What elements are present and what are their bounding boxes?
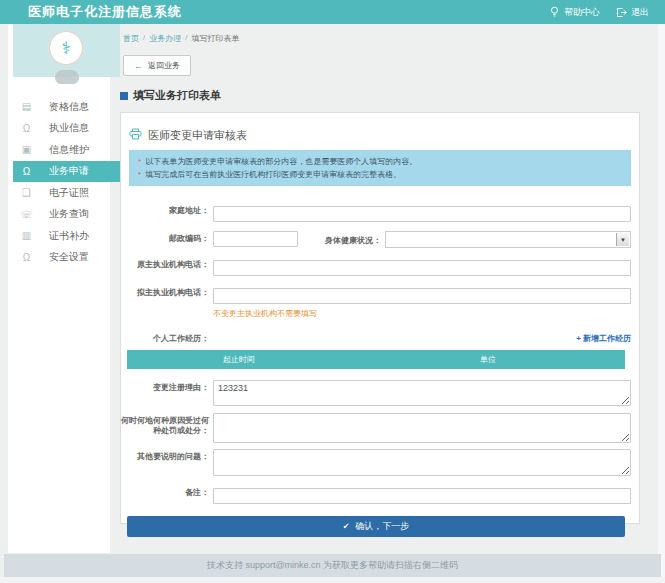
- remarks-input[interactable]: [213, 488, 631, 504]
- help-center-label: 帮助中心: [564, 6, 600, 19]
- sidebar: ⚕ ▤ 资格信息 Ω 执业信息 ▣ 信息维护 Ω 业务申请 ❑ 电子证照: [8, 24, 110, 553]
- sidebar-item-certificate-reissue[interactable]: ▥ 证书补办: [8, 225, 110, 247]
- sidebar-item-security-settings[interactable]: Ω 安全设置: [8, 247, 110, 269]
- confirm-next-label: 确认，下一步: [355, 520, 409, 533]
- breadcrumb-home-link[interactable]: 首页: [123, 33, 139, 44]
- breadcrumb: 首页 / 业务办理 / 填写打印表单: [123, 33, 239, 44]
- asterisk-icon: *: [138, 157, 141, 166]
- new-org-phone-label: 拟主执业机构电话：: [121, 285, 209, 298]
- app-window: 医师电子化注册信息系统 帮助中心 退出 ⚕: [0, 0, 665, 583]
- orig-org-phone-input[interactable]: [213, 260, 631, 276]
- new-org-phone-hint: 不变更主执业机构不需要填写: [213, 308, 631, 319]
- sidebar-item-label: 业务申请: [49, 164, 89, 178]
- change-reason-textarea[interactable]: 123231: [213, 380, 631, 406]
- sidebar-item-label: 电子证照: [49, 186, 89, 200]
- back-to-business-button[interactable]: ← 返回业务: [123, 55, 191, 76]
- sidebar-item-label: 资格信息: [49, 100, 89, 114]
- breadcrumb-separator: /: [143, 33, 145, 44]
- page-title: 填写业务打印表单: [120, 88, 221, 103]
- notice-text: 填写完成后可在当前执业医疗机构打印医师变更申请审核表的完整表格。: [145, 170, 401, 179]
- chevron-down-icon[interactable]: ▼: [616, 233, 629, 246]
- security-icon: Ω: [20, 252, 33, 263]
- other-issues-row: 其他要说明的问题：: [121, 449, 631, 476]
- postal-health-row: 邮政编码： 身体健康状况： ▼: [121, 231, 631, 248]
- notice-box: *以下表单为医师变更申请审核表的部分内容，也是需要医师个人填写的内容。 *填写完…: [129, 150, 631, 186]
- footer-bar: 技术支持 support@minke.cn 为获取更多帮助请扫描右侧二维码: [4, 554, 661, 577]
- support-text: 技术支持 support@minke.cn 为获取更多帮助请扫描右侧二维码: [207, 559, 458, 572]
- orig-org-phone-label: 原主执业机构电话：: [121, 257, 209, 270]
- license-icon: ❑: [20, 187, 33, 198]
- query-icon: ☏: [20, 209, 33, 220]
- breadcrumb-section-link[interactable]: 业务办理: [149, 33, 181, 44]
- app-title: 医师电子化注册信息系统: [28, 3, 182, 21]
- column-header-organization: 单位: [351, 350, 625, 369]
- other-issues-textarea[interactable]: [213, 449, 631, 476]
- sidebar-item-e-license[interactable]: ❑ 电子证照: [8, 182, 110, 204]
- health-status-select[interactable]: ▼: [385, 231, 631, 248]
- remarks-row: 备注：: [121, 485, 631, 504]
- check-icon: ✔: [343, 522, 350, 531]
- home-address-label: 家庭地址：: [121, 203, 209, 216]
- breadcrumb-separator: /: [185, 33, 187, 44]
- sidebar-item-label: 执业信息: [49, 121, 89, 135]
- top-bar: 医师电子化注册信息系统 帮助中心 退出: [0, 0, 665, 24]
- confirm-next-button[interactable]: ✔ 确认，下一步: [127, 516, 625, 537]
- sidebar-item-practice-info[interactable]: Ω 执业信息: [8, 118, 110, 140]
- postal-code-label: 邮政编码：: [121, 231, 209, 244]
- lightbulb-icon: [549, 6, 560, 18]
- sidebar-item-info-maintenance[interactable]: ▣ 信息维护: [8, 139, 110, 161]
- idcard-icon: ▣: [20, 144, 33, 155]
- sidebar-item-label: 证书补办: [49, 229, 89, 243]
- change-reason-label: 变更注册理由：: [121, 380, 209, 393]
- health-status-label: 身体健康状况：: [298, 231, 381, 246]
- sidebar-item-label: 信息维护: [49, 143, 89, 157]
- other-issues-label: 其他要说明的问题：: [121, 449, 209, 462]
- help-center-button[interactable]: 帮助中心: [549, 6, 600, 19]
- notice-line: *以下表单为医师变更申请审核表的部分内容，也是需要医师个人填写的内容。: [138, 155, 622, 168]
- sidebar-item-label: 业务查询: [49, 207, 89, 221]
- square-bullet-icon: [120, 92, 128, 100]
- card-title: 医师变更申请审核表: [148, 128, 247, 143]
- work-history-row: 个人工作经历： + 新增工作经历: [121, 333, 631, 344]
- punishment-textarea[interactable]: [213, 413, 631, 443]
- sidebar-item-label: 安全设置: [49, 250, 89, 264]
- avatar-block: ⚕: [13, 24, 120, 77]
- sidebar-item-business-query[interactable]: ☏ 业务查询: [8, 204, 110, 226]
- logout-icon: [616, 7, 627, 18]
- back-arrow-icon: ←: [134, 61, 143, 71]
- add-work-history-label: 新增工作经历: [583, 333, 631, 344]
- postal-code-input[interactable]: [213, 231, 298, 247]
- avatar-shoulders: [55, 70, 79, 84]
- user-icon: Ω: [20, 166, 33, 177]
- sidebar-item-qualification-info[interactable]: ▤ 资格信息: [8, 96, 110, 118]
- page-title-text: 填写业务打印表单: [133, 88, 221, 103]
- logout-label: 退出: [631, 6, 649, 19]
- remarks-label: 备注：: [121, 485, 209, 498]
- work-history-table-header: 起止时间 单位: [127, 350, 625, 369]
- punishment-label: 何时何地何种原因受过何种处罚或处分：: [121, 413, 209, 436]
- column-header-period: 起止时间: [127, 350, 351, 369]
- plus-icon: +: [576, 334, 581, 343]
- book-icon: ▥: [20, 230, 33, 241]
- right-edge-strip: [658, 24, 665, 577]
- punishment-row: 何时何地何种原因受过何种处罚或处分：: [121, 413, 631, 443]
- home-address-row: 家庭地址：: [121, 203, 631, 222]
- work-history-label: 个人工作经历：: [121, 334, 209, 344]
- new-org-phone-row: 拟主执业机构电话：: [121, 285, 631, 304]
- form-card: 医师变更申请审核表 *以下表单为医师变更申请审核表的部分内容，也是需要医师个人填…: [120, 112, 640, 524]
- new-org-phone-input[interactable]: [213, 288, 631, 304]
- asterisk-icon: *: [138, 170, 141, 179]
- sidebar-menu: ▤ 资格信息 Ω 执业信息 ▣ 信息维护 Ω 业务申请 ❑ 电子证照 ☏ 业务查…: [8, 96, 110, 268]
- application-form: 家庭地址： 邮政编码： 身体健康状况： ▼ 原主执业机构电话：: [121, 186, 639, 537]
- home-address-input[interactable]: [213, 206, 631, 222]
- orig-org-phone-row: 原主执业机构电话：: [121, 257, 631, 276]
- add-work-history-link[interactable]: + 新增工作经历: [576, 333, 631, 344]
- change-reason-row: 变更注册理由： 123231: [121, 380, 631, 406]
- doctor-avatar: ⚕: [49, 31, 83, 65]
- back-button-label: 返回业务: [148, 60, 180, 71]
- document-icon: ▤: [20, 101, 33, 112]
- sidebar-item-business-application[interactable]: Ω 业务申请: [13, 161, 120, 183]
- topbar-actions: 帮助中心 退出: [549, 0, 649, 24]
- card-header: 医师变更申请审核表: [121, 113, 639, 150]
- logout-button[interactable]: 退出: [616, 6, 649, 19]
